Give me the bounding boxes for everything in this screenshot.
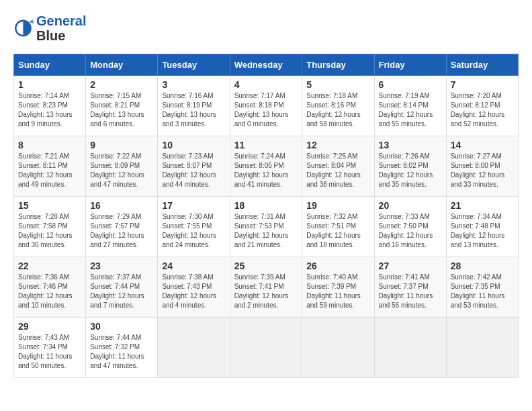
day-info: Sunrise: 7:26 AMSunset: 8:02 PMDaylight:… xyxy=(379,152,433,188)
calendar-day-cell: 20 Sunrise: 7:33 AMSunset: 7:50 PMDaylig… xyxy=(374,197,446,257)
calendar-day-cell: 6 Sunrise: 7:19 AMSunset: 8:14 PMDayligh… xyxy=(374,76,446,136)
calendar-day-cell: 10 Sunrise: 7:23 AMSunset: 8:07 PMDaylig… xyxy=(158,136,230,197)
calendar-day-cell: 23 Sunrise: 7:37 AMSunset: 7:44 PMDaylig… xyxy=(86,257,158,318)
calendar-day-cell: 25 Sunrise: 7:39 AMSunset: 7:41 PMDaylig… xyxy=(230,257,302,318)
calendar-day-cell: 9 Sunrise: 7:22 AMSunset: 8:09 PMDayligh… xyxy=(86,136,158,197)
day-info: Sunrise: 7:20 AMSunset: 8:12 PMDaylight:… xyxy=(451,92,505,128)
calendar-day-cell: 5 Sunrise: 7:18 AMSunset: 8:16 PMDayligh… xyxy=(302,76,374,136)
day-number: 1 xyxy=(18,79,81,90)
day-info: Sunrise: 7:24 AMSunset: 8:05 PMDaylight:… xyxy=(234,152,289,188)
calendar-day-cell: 17 Sunrise: 7:30 AMSunset: 7:55 PMDaylig… xyxy=(158,197,230,257)
day-info: Sunrise: 7:31 AMSunset: 7:53 PMDaylight:… xyxy=(234,213,289,248)
logo-general: General xyxy=(36,13,86,28)
calendar-day-cell: 7 Sunrise: 7:20 AMSunset: 8:12 PMDayligh… xyxy=(446,76,518,136)
day-info: Sunrise: 7:36 AMSunset: 7:46 PMDaylight:… xyxy=(18,273,73,309)
calendar-day-cell: 21 Sunrise: 7:34 AMSunset: 7:48 PMDaylig… xyxy=(446,197,518,257)
calendar-day-cell: 3 Sunrise: 7:16 AMSunset: 8:19 PMDayligh… xyxy=(158,76,230,136)
calendar-day-cell: 11 Sunrise: 7:24 AMSunset: 8:05 PMDaylig… xyxy=(230,136,302,197)
day-info: Sunrise: 7:40 AMSunset: 7:39 PMDaylight:… xyxy=(306,273,361,309)
calendar-day-cell: 24 Sunrise: 7:38 AMSunset: 7:43 PMDaylig… xyxy=(158,257,230,318)
calendar-day-cell: 18 Sunrise: 7:31 AMSunset: 7:53 PMDaylig… xyxy=(230,197,302,257)
day-info: Sunrise: 7:41 AMSunset: 7:37 PMDaylight:… xyxy=(379,273,433,309)
calendar-day-cell: 4 Sunrise: 7:17 AMSunset: 8:18 PMDayligh… xyxy=(230,76,302,136)
day-number: 13 xyxy=(379,140,442,150)
day-number: 24 xyxy=(162,261,225,271)
weekday-header-cell: Sunday xyxy=(14,54,86,76)
day-number: 4 xyxy=(234,79,298,90)
day-number: 3 xyxy=(162,79,225,90)
calendar-day-cell xyxy=(374,318,446,378)
day-number: 9 xyxy=(90,140,153,150)
calendar-day-cell: 15 Sunrise: 7:28 AMSunset: 7:58 PMDaylig… xyxy=(14,197,86,257)
calendar-week-row: 15 Sunrise: 7:28 AMSunset: 7:58 PMDaylig… xyxy=(14,197,519,257)
weekday-header-cell: Saturday xyxy=(446,54,518,76)
calendar-day-cell: 14 Sunrise: 7:27 AMSunset: 8:00 PMDaylig… xyxy=(446,136,518,197)
day-info: Sunrise: 7:19 AMSunset: 8:14 PMDaylight:… xyxy=(379,92,433,128)
calendar-week-row: 22 Sunrise: 7:36 AMSunset: 7:46 PMDaylig… xyxy=(14,257,519,318)
day-info: Sunrise: 7:25 AMSunset: 8:04 PMDaylight:… xyxy=(306,152,361,188)
calendar-day-cell: 8 Sunrise: 7:21 AMSunset: 8:11 PMDayligh… xyxy=(14,136,86,197)
day-info: Sunrise: 7:14 AMSunset: 8:23 PMDaylight:… xyxy=(18,92,73,128)
calendar-day-cell: 16 Sunrise: 7:29 AMSunset: 7:57 PMDaylig… xyxy=(86,197,158,257)
page-header: General Blue xyxy=(13,13,519,43)
day-number: 21 xyxy=(451,200,514,211)
day-info: Sunrise: 7:34 AMSunset: 7:48 PMDaylight:… xyxy=(451,213,505,248)
day-number: 19 xyxy=(306,200,369,211)
day-info: Sunrise: 7:44 AMSunset: 7:32 PMDaylight:… xyxy=(90,334,144,369)
day-number: 5 xyxy=(306,79,369,90)
calendar-day-cell: 13 Sunrise: 7:26 AMSunset: 8:02 PMDaylig… xyxy=(374,136,446,197)
day-info: Sunrise: 7:42 AMSunset: 7:35 PMDaylight:… xyxy=(451,273,505,309)
day-number: 29 xyxy=(18,321,81,332)
weekday-header-cell: Monday xyxy=(86,54,158,76)
day-number: 6 xyxy=(379,79,442,90)
day-info: Sunrise: 7:30 AMSunset: 7:55 PMDaylight:… xyxy=(162,213,216,248)
day-info: Sunrise: 7:23 AMSunset: 8:07 PMDaylight:… xyxy=(162,152,216,188)
calendar-day-cell: 30 Sunrise: 7:44 AMSunset: 7:32 PMDaylig… xyxy=(86,318,158,378)
day-info: Sunrise: 7:21 AMSunset: 8:11 PMDaylight:… xyxy=(18,152,73,188)
calendar-week-row: 29 Sunrise: 7:43 AMSunset: 7:34 PMDaylig… xyxy=(14,318,519,378)
day-number: 28 xyxy=(451,261,514,271)
day-number: 30 xyxy=(90,321,153,332)
day-info: Sunrise: 7:16 AMSunset: 8:19 PMDaylight:… xyxy=(162,92,216,128)
day-info: Sunrise: 7:33 AMSunset: 7:50 PMDaylight:… xyxy=(379,213,433,248)
day-number: 16 xyxy=(90,200,153,211)
calendar-week-row: 1 Sunrise: 7:14 AMSunset: 8:23 PMDayligh… xyxy=(14,76,519,136)
day-number: 8 xyxy=(18,140,81,150)
day-number: 7 xyxy=(451,79,514,90)
day-info: Sunrise: 7:18 AMSunset: 8:16 PMDaylight:… xyxy=(306,92,361,128)
logo-blue: Blue xyxy=(36,28,65,43)
day-info: Sunrise: 7:43 AMSunset: 7:34 PMDaylight:… xyxy=(18,334,73,369)
day-number: 25 xyxy=(234,261,298,271)
calendar-day-cell: 12 Sunrise: 7:25 AMSunset: 8:04 PMDaylig… xyxy=(302,136,374,197)
weekday-header-cell: Wednesday xyxy=(230,54,302,76)
day-number: 2 xyxy=(90,79,153,90)
calendar-day-cell: 1 Sunrise: 7:14 AMSunset: 8:23 PMDayligh… xyxy=(14,76,86,136)
day-number: 11 xyxy=(234,140,298,150)
weekday-header-cell: Friday xyxy=(374,54,446,76)
day-info: Sunrise: 7:28 AMSunset: 7:58 PMDaylight:… xyxy=(18,213,73,248)
day-info: Sunrise: 7:38 AMSunset: 7:43 PMDaylight:… xyxy=(162,273,216,309)
calendar-day-cell: 26 Sunrise: 7:40 AMSunset: 7:39 PMDaylig… xyxy=(302,257,374,318)
day-info: Sunrise: 7:17 AMSunset: 8:18 PMDaylight:… xyxy=(234,92,289,128)
day-info: Sunrise: 7:15 AMSunset: 8:21 PMDaylight:… xyxy=(90,92,144,128)
day-info: Sunrise: 7:39 AMSunset: 7:41 PMDaylight:… xyxy=(234,273,289,309)
day-info: Sunrise: 7:32 AMSunset: 7:51 PMDaylight:… xyxy=(306,213,361,248)
calendar-day-cell xyxy=(446,318,518,378)
weekday-header-cell: Tuesday xyxy=(158,54,230,76)
day-number: 12 xyxy=(306,140,369,150)
day-number: 27 xyxy=(379,261,442,271)
day-number: 26 xyxy=(306,261,369,271)
calendar-day-cell: 29 Sunrise: 7:43 AMSunset: 7:34 PMDaylig… xyxy=(14,318,86,378)
day-info: Sunrise: 7:37 AMSunset: 7:44 PMDaylight:… xyxy=(90,273,144,309)
day-info: Sunrise: 7:29 AMSunset: 7:57 PMDaylight:… xyxy=(90,213,144,248)
calendar-day-cell: 19 Sunrise: 7:32 AMSunset: 7:51 PMDaylig… xyxy=(302,197,374,257)
day-number: 22 xyxy=(18,261,81,271)
weekday-header-cell: Thursday xyxy=(302,54,374,76)
day-number: 18 xyxy=(234,200,298,211)
day-number: 17 xyxy=(162,200,225,211)
calendar-day-cell: 2 Sunrise: 7:15 AMSunset: 8:21 PMDayligh… xyxy=(86,76,158,136)
calendar-day-cell xyxy=(230,318,302,378)
calendar-table: SundayMondayTuesdayWednesdayThursdayFrid… xyxy=(13,54,519,378)
day-number: 14 xyxy=(451,140,514,150)
calendar-day-cell xyxy=(158,318,230,378)
